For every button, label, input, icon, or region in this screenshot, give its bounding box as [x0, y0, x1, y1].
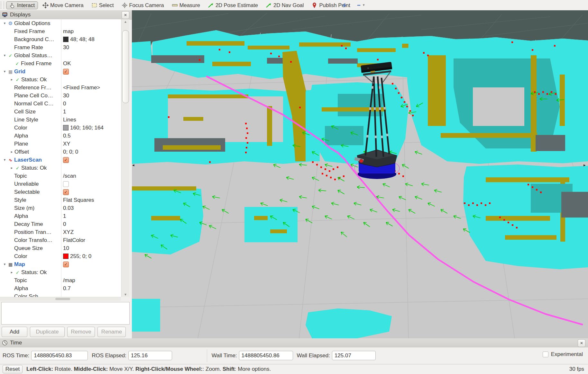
tree-row-fixed-frame[interactable]: Fixed Framemap — [0, 27, 121, 35]
tree-row-color-sch-[interactable]: Color Sch… — [0, 292, 121, 297]
row-value[interactable]: /map — [63, 277, 75, 284]
expander-closed-icon[interactable]: ▸ — [9, 270, 14, 274]
row-value[interactable]: OK — [63, 60, 71, 67]
toolbar-grip[interactable] — [1, 2, 4, 9]
tree-row-status-ok[interactable]: ▸✓Status: Ok — [0, 164, 121, 172]
tree-row-color[interactable]: Color160; 160; 164 — [0, 124, 121, 132]
tree-row-alpha[interactable]: Alpha0.5 — [0, 132, 121, 140]
rename-display-button[interactable]: Rename — [97, 327, 126, 337]
row-value[interactable]: ✓ — [63, 262, 69, 267]
row-value[interactable]: ✓ — [63, 189, 69, 195]
panel-collapse-right-icon[interactable]: ▸ — [583, 163, 586, 167]
tree-row-topic[interactable]: Topic/scan — [0, 172, 121, 180]
expander-open-icon[interactable]: ▾ — [2, 158, 7, 162]
row-value[interactable]: 1 — [63, 109, 66, 115]
tool-2d-pose-estimate[interactable]: 2D Pose Estimate — [205, 1, 261, 9]
row-value[interactable]: map — [63, 28, 74, 35]
ros-elapsed-input[interactable] — [128, 351, 172, 360]
row-value[interactable]: 30 — [63, 44, 69, 51]
tool-interact[interactable]: Interact — [6, 1, 38, 9]
wall-elapsed-input[interactable] — [332, 351, 376, 360]
tree-row-queue-size[interactable]: Queue Size10 — [0, 244, 121, 252]
tree-row-reference-fr-[interactable]: Reference Fr…<Fixed Frame> — [0, 84, 121, 92]
checkbox-checked[interactable]: ✓ — [63, 262, 69, 267]
expander-closed-icon[interactable]: ▸ — [9, 77, 14, 82]
add-tool-button[interactable] — [340, 1, 348, 9]
tree-row-alpha[interactable]: Alpha0.7 — [0, 284, 121, 292]
tree-row-color[interactable]: Color255; 0; 0 — [0, 252, 121, 260]
3d-viewport[interactable] — [132, 10, 588, 338]
row-value[interactable]: 0 — [63, 101, 66, 107]
tree-row-cell-size[interactable]: Cell Size1 — [0, 108, 121, 116]
scroll-down-icon[interactable]: ▼ — [122, 293, 129, 296]
row-value[interactable]: 0.7 — [63, 285, 71, 292]
scroll-up-icon[interactable]: ▲ — [122, 20, 129, 23]
displays-panel-header[interactable]: Displays ✕ — [0, 10, 132, 20]
row-value[interactable]: FlatColor — [63, 237, 85, 244]
color-swatch[interactable] — [63, 254, 69, 259]
tree-row-position-tran-[interactable]: Position Tran…XYZ — [0, 228, 121, 236]
add-display-button[interactable]: Add — [2, 327, 27, 337]
tree-row-topic[interactable]: Topic/map — [0, 276, 121, 284]
tree-row-line-style[interactable]: Line StyleLines — [0, 116, 121, 124]
tree-row-status-ok[interactable]: ▸✓Status: Ok — [0, 268, 121, 276]
row-value[interactable]: 0.03 — [63, 205, 74, 211]
row-value[interactable]: 0.5 — [63, 133, 71, 139]
tool-2d-nav-goal[interactable]: 2D Nav Goal — [262, 1, 307, 9]
expander-open-icon[interactable]: ▾ — [2, 53, 7, 58]
row-value[interactable]: XYZ — [63, 229, 74, 236]
tree-row-global-options[interactable]: ▾⚙Global Options — [0, 19, 121, 27]
duplicate-display-button[interactable]: Duplicate — [30, 327, 65, 337]
tree-row-fixed-frame[interactable]: ✓Fixed FrameOK — [0, 59, 121, 67]
row-value[interactable]: 1 — [63, 213, 66, 219]
row-value[interactable]: Lines — [63, 117, 76, 123]
tree-row-size-m-[interactable]: Size (m)0.03 — [0, 204, 121, 212]
color-swatch[interactable] — [63, 125, 69, 130]
tree-column-separator[interactable] — [61, 19, 61, 297]
row-value[interactable]: 255; 0; 0 — [63, 253, 91, 260]
expander-closed-icon[interactable]: ▸ — [9, 150, 14, 154]
row-value[interactable]: XY — [63, 141, 70, 147]
vertical-scrollbar[interactable]: ▲ ▼ — [121, 19, 129, 297]
expander-open-icon[interactable]: ▾ — [2, 69, 7, 74]
tree-row-color-transfo-[interactable]: Color Transfo…FlatColor — [0, 236, 121, 244]
reset-button[interactable]: Reset — [3, 365, 23, 373]
row-value[interactable]: <Fixed Frame> — [63, 85, 100, 91]
row-value[interactable]: /scan — [63, 173, 76, 179]
time-close-button[interactable]: ✕ — [578, 339, 585, 347]
remove-display-button[interactable]: Remove — [67, 327, 95, 337]
row-value[interactable]: ✓ — [63, 157, 69, 163]
tree-row-laserscan[interactable]: ▾∿LaserScan✓ — [0, 156, 121, 164]
wall-time-input[interactable] — [239, 351, 293, 360]
tree-row-status-ok[interactable]: ▸✓Status: Ok — [0, 76, 121, 84]
checkbox-checked[interactable]: ✓ — [63, 69, 69, 75]
color-swatch[interactable] — [63, 37, 69, 42]
expander-closed-icon[interactable]: ▸ — [9, 166, 14, 170]
row-value[interactable]: Flat Squares — [63, 197, 94, 203]
experimental-toggle[interactable]: Experimental — [543, 351, 583, 358]
horizontal-scrollbar[interactable] — [0, 297, 121, 301]
tool-menu-caret-icon[interactable]: ▾ — [363, 3, 365, 7]
row-value[interactable]: 0; 0; 0 — [63, 149, 78, 155]
tree-row-map[interactable]: ▾▩Map✓ — [0, 260, 121, 268]
tree-row-plane[interactable]: PlaneXY — [0, 140, 121, 148]
ros-time-input[interactable] — [31, 351, 88, 360]
checkbox-checked[interactable]: ✓ — [63, 189, 69, 195]
tree-row-normal-cell-c-[interactable]: Normal Cell C…0 — [0, 100, 121, 108]
tree-row-selectable[interactable]: Selectable✓ — [0, 188, 121, 196]
tree-row-style[interactable]: StyleFlat Squares — [0, 196, 121, 204]
tree-row-frame-rate[interactable]: Frame Rate30 — [0, 43, 121, 51]
tree-row-decay-time[interactable]: Decay Time0 — [0, 220, 121, 228]
checkbox-unchecked[interactable] — [63, 181, 69, 187]
displays-close-button[interactable]: ✕ — [122, 11, 129, 19]
row-value[interactable]: 48; 48; 48 — [63, 36, 95, 43]
tree-row-grid[interactable]: ▾▦Grid✓ — [0, 67, 121, 76]
tool-measure[interactable]: Measure — [169, 1, 203, 9]
row-value[interactable]: 0 — [63, 221, 66, 227]
expander-open-icon[interactable]: ▾ — [2, 21, 7, 25]
time-panel-header[interactable]: Time ✕ — [0, 338, 588, 347]
checkbox-checked[interactable]: ✓ — [63, 157, 69, 163]
vertical-scrollbar-thumb[interactable] — [122, 30, 129, 103]
panel-collapse-left-icon[interactable]: ◂ — [132, 163, 134, 167]
tree-row-alpha[interactable]: Alpha1 — [0, 212, 121, 220]
